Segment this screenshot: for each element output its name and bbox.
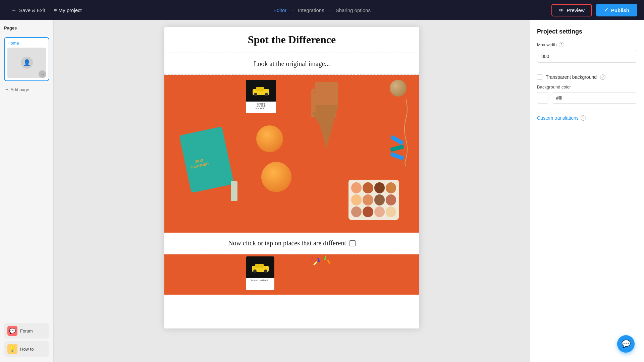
add-page-label: Add page (10, 87, 29, 92)
custom-translations-label: Custom translations (537, 115, 579, 121)
howto-icon: 💡 (7, 344, 17, 354)
canvas-main-image: 2018PLANNER Er läuftund läuftund läuft..… (164, 75, 419, 233)
howto-label: How to (20, 347, 34, 352)
svg-rect-8 (310, 256, 314, 261)
nav-right-buttons: 👁 Preview ✓ Publish (551, 4, 637, 16)
car-card-text: Er läuftund läuftund läuft... (246, 102, 276, 111)
plus-icon: + (5, 86, 8, 93)
svg-rect-11 (313, 261, 318, 266)
home-page-label: Home (7, 41, 46, 46)
makeup-dot-6 (374, 194, 385, 205)
svg-rect-12 (327, 259, 330, 264)
scene-nail-polish (231, 181, 237, 201)
scene-orange2 (261, 162, 291, 192)
project-name-text: My project (59, 7, 82, 13)
canvas-bottom-scene: Er läuft und läuft... (164, 254, 419, 295)
makeup-dot-0 (351, 182, 362, 193)
transparent-bg-row: Transparent background ? (537, 74, 637, 80)
right-panel: Project settings Max width ? Transparent… (530, 20, 644, 362)
scene-orange1 (256, 125, 283, 152)
nav-steps: Editor → Integrations → Sharing options (273, 7, 371, 13)
home-page-thumb-icon: 👤 (21, 57, 33, 69)
scene-walnut (390, 80, 407, 97)
chat-bubble-button[interactable]: 💬 (617, 335, 635, 353)
makeup-dot-4 (351, 194, 362, 205)
svg-rect-5 (255, 264, 264, 268)
person-icon: 👤 (23, 59, 31, 66)
custom-translations-link[interactable]: Custom translations ? (537, 115, 637, 121)
canvas-area: Spot the Difference Look at the original… (54, 20, 530, 362)
home-page-card[interactable]: Home 👤 ··· (4, 37, 49, 81)
transparent-bg-checkbox[interactable] (537, 74, 542, 80)
save-exit-button[interactable]: ← Save & Exit (7, 5, 50, 16)
add-page-button[interactable]: + Add page (4, 85, 49, 94)
bg-color-field: Background color (537, 84, 637, 104)
canvas-cta-checkbox (350, 240, 356, 246)
makeup-dot-5 (363, 194, 373, 205)
max-width-field: Max width ? (537, 42, 637, 63)
project-name: My project (54, 7, 82, 13)
canvas-title: Spot the Difference (171, 34, 413, 46)
nav-step-integrations[interactable]: Integrations (298, 7, 324, 13)
makeup-dot-11 (386, 206, 396, 218)
bg-color-label-text: Background color (537, 84, 571, 89)
publish-label: Publish (611, 7, 629, 13)
max-width-info-icon[interactable]: ? (559, 42, 564, 47)
svg-rect-10 (324, 255, 326, 260)
canvas-subtitle: Look at the original image... (171, 60, 413, 68)
bottom-car-card: Er läuft und läuft... (246, 256, 274, 290)
top-navigation: ← Save & Exit My project Editor → Integr… (0, 0, 644, 20)
color-swatch[interactable] (537, 92, 548, 104)
nav-step-editor[interactable]: Editor (273, 7, 286, 13)
forum-tool[interactable]: 💬 Forum (4, 323, 49, 339)
preview-label: Preview (567, 7, 584, 13)
notebook-text: 2018PLANNER (190, 157, 209, 170)
publish-button[interactable]: ✓ Publish (596, 4, 637, 16)
project-dot (54, 9, 57, 11)
canvas-cta-section: Now click or tap on places that are diff… (164, 233, 419, 254)
canvas-title-section: Spot the Difference (164, 27, 419, 53)
page-card-menu-button[interactable]: ··· (39, 70, 46, 78)
arrow-icon-1: → (290, 7, 294, 13)
max-width-input[interactable] (537, 50, 637, 63)
cone-triangle2 (315, 105, 338, 149)
arrow-icon-2: → (328, 7, 332, 13)
makeup-dot-3 (386, 182, 396, 193)
howto-tool[interactable]: 💡 How to (4, 341, 49, 357)
forum-icon: 💬 (7, 326, 17, 336)
svg-rect-9 (317, 258, 320, 263)
scene-clothespins (390, 138, 404, 158)
transparent-bg-label: Transparent background (546, 74, 597, 80)
car-card-image (246, 80, 276, 102)
main-layout: Pages Home 👤 ··· + Add page 💬 Forum 💡 Ho… (0, 20, 644, 362)
arrow-left-icon: ← (11, 7, 16, 13)
left-sidebar: Pages Home 👤 ··· + Add page 💬 Forum 💡 Ho… (0, 20, 54, 362)
scene-string (402, 99, 409, 166)
bg-color-input[interactable] (552, 92, 637, 104)
makeup-dot-1 (363, 182, 373, 193)
nav-step-sharing[interactable]: Sharing options (336, 7, 371, 13)
max-width-label: Max width ? (537, 42, 637, 47)
panel-divider-1 (537, 69, 637, 69)
bottom-card-text: Er läuft und läuft... (246, 278, 274, 283)
scene-cone2 (315, 82, 338, 149)
transparent-bg-info-icon[interactable]: ? (600, 74, 605, 80)
canvas-subtitle-section: Look at the original image... (164, 53, 419, 75)
bottom-car-image (246, 256, 274, 278)
scene-car-card: Er läuftund läuftund läuft... (246, 80, 276, 113)
preview-button[interactable]: 👁 Preview (551, 4, 592, 16)
checkmark-icon: ✓ (604, 7, 608, 13)
eye-icon: 👁 (559, 7, 564, 13)
svg-rect-1 (256, 87, 264, 91)
chat-icon: 💬 (622, 340, 631, 348)
makeup-dot-7 (386, 194, 396, 205)
scene-cone-group (310, 75, 338, 149)
max-width-label-text: Max width (537, 42, 557, 47)
forum-label: Forum (20, 328, 33, 334)
panel-title: Project settings (537, 28, 637, 35)
custom-translations-info-icon[interactable]: ? (581, 115, 586, 121)
makeup-dot-10 (374, 206, 385, 218)
pages-title: Pages (4, 25, 49, 31)
scene-notebook: 2018PLANNER (179, 126, 234, 193)
save-exit-label: Save & Exit (19, 7, 45, 13)
